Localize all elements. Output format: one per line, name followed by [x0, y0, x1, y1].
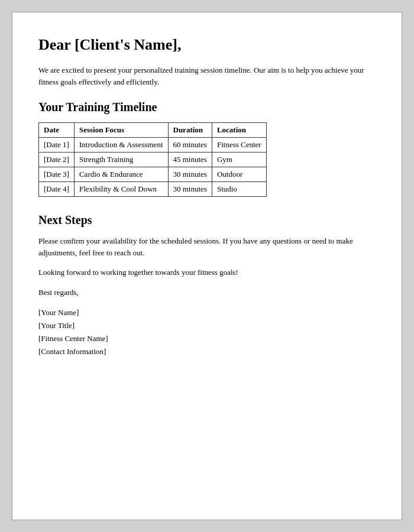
table-cell-3-3: Studio	[212, 182, 266, 197]
table-cell-2-1: Cardio & Endurance	[74, 167, 168, 182]
table-cell-3-0: [Date 4]	[39, 182, 75, 197]
table-row: [Date 4]Flexibility & Cool Down30 minute…	[39, 182, 267, 197]
table-cell-2-0: [Date 3]	[39, 167, 75, 182]
table-row: [Date 2]Strength Training45 minutesGym	[39, 153, 267, 167]
next-steps-paragraph-1: Please confirm your availability for the…	[38, 235, 376, 258]
signature-contact: [Contact Information]	[38, 345, 376, 358]
table-cell-2-3: Outdoor	[212, 167, 266, 182]
greeting-heading: Dear [Client's Name],	[38, 36, 376, 54]
page: Dear [Client's Name], We are excited to …	[12, 12, 402, 520]
col-header-duration: Duration	[168, 123, 212, 138]
table-row: [Date 3]Cardio & Endurance30 minutesOutd…	[39, 167, 267, 182]
table-cell-1-0: [Date 2]	[39, 153, 75, 167]
table-cell-0-2: 60 minutes	[168, 138, 212, 153]
table-cell-0-0: [Date 1]	[39, 138, 75, 153]
signature-block: [Your Name] [Your Title] [Fitness Center…	[38, 306, 376, 358]
closing-line: Best regards,	[38, 287, 376, 299]
table-cell-2-2: 30 minutes	[168, 167, 212, 182]
col-header-session-focus: Session Focus	[74, 123, 168, 138]
signature-center: [Fitness Center Name]	[38, 332, 376, 345]
table-cell-1-2: 45 minutes	[168, 153, 212, 167]
next-steps-heading: Next Steps	[38, 213, 376, 227]
table-cell-0-3: Fitness Center	[212, 138, 266, 153]
next-steps-paragraph-2: Looking forward to working together towa…	[38, 267, 376, 278]
col-header-location: Location	[212, 123, 266, 138]
signature-title: [Your Title]	[38, 319, 376, 332]
timeline-heading: Your Training Timeline	[38, 100, 376, 114]
intro-paragraph: We are excited to present your personali…	[38, 64, 376, 87]
table-cell-1-1: Strength Training	[74, 153, 168, 167]
training-table: Date Session Focus Duration Location [Da…	[38, 122, 267, 197]
signature-name: [Your Name]	[38, 306, 376, 319]
table-cell-1-3: Gym	[212, 153, 266, 167]
table-row: [Date 1]Introduction & Assessment60 minu…	[39, 138, 267, 153]
col-header-date: Date	[39, 123, 75, 138]
table-cell-0-1: Introduction & Assessment	[74, 138, 168, 153]
table-header-row: Date Session Focus Duration Location	[39, 123, 267, 138]
table-cell-3-2: 30 minutes	[168, 182, 212, 197]
table-cell-3-1: Flexibility & Cool Down	[74, 182, 168, 197]
